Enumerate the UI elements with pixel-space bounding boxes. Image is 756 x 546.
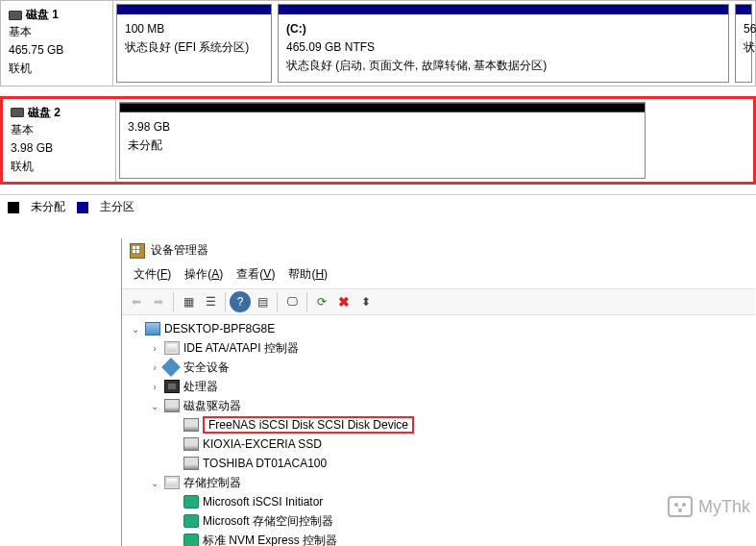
partition-header <box>120 103 645 112</box>
tree-node-1[interactable]: ›安全设备 <box>130 358 755 377</box>
window-title: 设备管理器 <box>151 242 208 259</box>
toolbar-separator <box>306 292 307 311</box>
disk-row-0[interactable]: 磁盘 1基本465.75 GB联机100 MB状态良好 (EFI 系统分区)(C… <box>0 0 756 87</box>
partition-area: 100 MB状态良好 (EFI 系统分区)(C:)465.09 GB NTFS状… <box>113 1 755 86</box>
disk-icon <box>183 418 199 432</box>
tree-label: IDE ATA/ATAPI 控制器 <box>183 340 299 357</box>
partition-status: 状态良好 (启动, 页面文件, 故障转储, 基本数据分区) <box>286 57 720 75</box>
tree-label: 磁盘驱动器 <box>183 398 241 414</box>
window-title-bar: 设备管理器 <box>122 238 755 262</box>
tree-node-5[interactable]: KIOXIA-EXCERIA SSD <box>130 434 755 454</box>
tree-label: KIOXIA-EXCERIA SSD <box>203 437 322 451</box>
partition-size: 100 MB <box>125 20 263 38</box>
tree-label: 存储控制器 <box>183 475 241 491</box>
disk-icon <box>11 108 24 117</box>
disk-info: 磁盘 2基本3.98 GB联机 <box>3 99 116 183</box>
disk-type: 基本 <box>9 23 105 41</box>
toolbar-props-button[interactable]: ▤ <box>252 291 273 312</box>
toolbar-updown-button[interactable]: ⬍ <box>355 291 377 312</box>
tree-node-3[interactable]: ⌄磁盘驱动器 <box>130 396 755 415</box>
partition-size: 465.09 GB NTFS <box>286 38 720 57</box>
tree-label: Microsoft 存储空间控制器 <box>203 513 333 530</box>
swatch-unallocated <box>8 202 19 213</box>
disk-info: 磁盘 1基本465.75 GB联机 <box>1 1 113 86</box>
toolbar-del-button[interactable]: ✖ <box>333 291 354 312</box>
expander-icon[interactable]: › <box>149 343 160 354</box>
partition-1[interactable]: (C:)465.09 GB NTFS状态良好 (启动, 页面文件, 故障转储, … <box>278 4 729 83</box>
tree-node-9[interactable]: Microsoft 存储空间控制器 <box>130 511 755 531</box>
tree-label: 标准 NVM Express 控制器 <box>203 533 337 547</box>
partition-header <box>279 5 728 14</box>
computer-icon <box>145 322 160 335</box>
toolbar-mon-button[interactable]: 🖵 <box>281 291 303 312</box>
ide-icon <box>164 341 180 355</box>
disk-icon <box>164 399 180 412</box>
partition-2[interactable]: 56状 <box>735 4 752 83</box>
menu-a[interactable]: 操作(A) <box>179 264 229 285</box>
toolbar-back-button[interactable]: ⬅ <box>126 291 147 312</box>
disk-status: 联机 <box>9 60 105 78</box>
disk-row-1[interactable]: 磁盘 2基本3.98 GB联机3.98 GB未分配 <box>0 96 756 186</box>
partition-status: 未分配 <box>128 136 637 155</box>
net-icon <box>183 495 199 509</box>
toolbar-grid-button[interactable]: ▦ <box>178 291 199 312</box>
partition-0[interactable]: 3.98 GB未分配 <box>119 102 646 180</box>
sec-icon <box>161 358 181 377</box>
disk-name: 磁盘 1 <box>26 7 59 23</box>
toolbar-separator <box>225 292 226 311</box>
expander-icon[interactable]: ⌄ <box>149 478 160 488</box>
device-manager-window: 设备管理器 文件(F)操作(A)查看(V)帮助(H) ⬅➡▦☰?▤🖵⟳✖⬍ ⌄D… <box>121 238 755 546</box>
disk-icon <box>9 11 22 20</box>
tree-label: Microsoft iSCSI Initiator <box>203 495 323 509</box>
tree-node-6[interactable]: TOSHIBA DT01ACA100 <box>130 454 755 473</box>
tree-label: 处理器 <box>183 379 218 395</box>
toolbar-fwd-button[interactable]: ➡ <box>148 291 169 312</box>
tree-node-2[interactable]: ›处理器 <box>130 377 755 396</box>
tree-node-7[interactable]: ⌄存储控制器 <box>130 473 755 492</box>
device-manager-icon <box>130 243 145 259</box>
toolbar-help-button[interactable]: ? <box>230 291 251 312</box>
toolbar-list-button[interactable]: ☰ <box>200 291 221 312</box>
toolbar-separator <box>277 292 278 311</box>
partition-header <box>736 5 751 14</box>
legend-primary: 主分区 <box>100 199 134 215</box>
expander-icon[interactable]: › <box>149 362 160 373</box>
cpu-icon <box>164 380 180 393</box>
tree-label: FreeNAS iSCSI Disk SCSI Disk Device <box>208 418 408 432</box>
partition-content: 3.98 GB未分配 <box>120 112 645 161</box>
swatch-primary <box>77 202 88 213</box>
tree-node-0[interactable]: ›IDE ATA/ATAPI 控制器 <box>130 338 755 358</box>
disk-type: 基本 <box>11 121 108 139</box>
highlighted-device: FreeNAS iSCSI Disk SCSI Disk Device <box>203 416 414 434</box>
tree-root[interactable]: ⌄DESKTOP-BPF8G8E <box>130 319 755 338</box>
toolbar-scan-button[interactable]: ⟳ <box>311 291 332 312</box>
watermark-icon <box>668 496 693 517</box>
menu-f[interactable]: 文件(F) <box>128 264 177 285</box>
partition-area: 3.98 GB未分配 <box>116 99 753 183</box>
partition-status: 状态良好 (EFI 系统分区) <box>125 38 263 57</box>
disk-status: 联机 <box>11 158 108 176</box>
net-icon <box>183 534 199 546</box>
partition-content: 56状 <box>736 14 751 62</box>
disk-icon <box>183 457 199 470</box>
legend-unallocated: 未分配 <box>31 199 65 215</box>
computer-name: DESKTOP-BPF8G8E <box>164 322 275 335</box>
tree-node-4[interactable]: FreeNAS iSCSI Disk SCSI Disk Device <box>130 415 755 434</box>
expander-icon[interactable]: ⌄ <box>130 324 141 335</box>
tree-node-10[interactable]: 标准 NVM Express 控制器 <box>130 531 755 546</box>
partition-content: 100 MB状态良好 (EFI 系统分区) <box>117 14 271 62</box>
menu-h[interactable]: 帮助(H) <box>282 264 333 285</box>
expander-icon[interactable]: ⌄ <box>149 401 160 411</box>
partition-0[interactable]: 100 MB状态良好 (EFI 系统分区) <box>116 4 272 83</box>
disk-size: 3.98 GB <box>11 139 108 158</box>
toolbar-separator <box>173 292 174 311</box>
net-icon <box>183 514 199 528</box>
menu-v[interactable]: 查看(V) <box>231 264 280 285</box>
watermark-text: MyThk <box>698 497 750 517</box>
expander-icon[interactable]: › <box>149 382 160 392</box>
disk-size: 465.75 GB <box>9 41 105 60</box>
legend-bar: 未分配 主分区 <box>0 194 756 217</box>
toolbar: ⬅➡▦☰?▤🖵⟳✖⬍ <box>122 288 755 315</box>
tree-node-8[interactable]: Microsoft iSCSI Initiator <box>130 492 755 511</box>
tree-label: TOSHIBA DT01ACA100 <box>203 457 327 470</box>
